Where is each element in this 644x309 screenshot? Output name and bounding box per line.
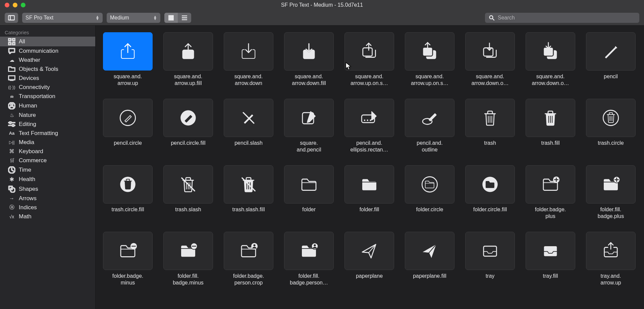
sidebar-item-media[interactable]: ▷||Media [0, 138, 95, 147]
symbol-cell-folder[interactable]: folder [284, 165, 334, 220]
folder-icon [8, 66, 15, 72]
symbol-cell-square-and-arrow-down[interactable]: square.and.arrow.down [224, 32, 273, 87]
symbol-cell-square-and-arrow-down-on-square[interactable]: square.and.arrow.down.o… [465, 32, 515, 87]
list-view-button[interactable] [178, 13, 191, 23]
sidebar-item-editing[interactable]: Editing [0, 120, 95, 129]
symbol-cell-pencil-and-ellipsis-rectangle[interactable]: pencil.and.ellipsis.rectan… [344, 99, 394, 153]
symbol-cell-square-and-arrow-up[interactable]: square.and.arrow.up [103, 32, 153, 87]
traffic-minimize-button[interactable] [13, 3, 17, 7]
traffic-zoom-button[interactable] [21, 3, 25, 7]
symbol-cell-folder-fill-badge-plus[interactable]: folder.fill.badge.plus [586, 165, 636, 220]
sidebar-item-all[interactable]: All [0, 37, 95, 46]
sidebar-item-label: Objects & Tools [19, 66, 58, 73]
sidebar-item-commerce[interactable]: 🛒︎Commerce [0, 156, 95, 165]
pencil-and-outline-icon [420, 108, 439, 127]
toggle-sidebar-button[interactable] [5, 13, 18, 23]
symbol-cell-trash[interactable]: trash [465, 99, 515, 153]
sidebar-item-transportation[interactable]: 🚘︎Transportation [0, 92, 95, 101]
folder-fill-badge-person-crop-icon [300, 241, 318, 260]
symbol-grid-container[interactable]: square.and.arrow.upsquare.and.arrow.up.f… [96, 26, 644, 309]
grid-view-button[interactable] [164, 13, 178, 23]
sidebar-item-devices[interactable]: Devices [0, 74, 95, 83]
font-family-select[interactable]: SF Pro Text ▲▼ [22, 13, 103, 23]
symbol-cell-tray[interactable]: tray [465, 232, 515, 286]
symbol-cell-pencil[interactable]: pencil [586, 32, 636, 87]
symbol-cell-folder-fill-badge-person-crop[interactable]: folder.fill.badge.person… [284, 232, 334, 286]
folder-fill-badge-plus-icon [601, 175, 620, 194]
symbol-label: pencil.slash [234, 140, 263, 153]
symbol-cell-folder-fill-badge-minus[interactable]: folder.fill.badge.minus [163, 232, 213, 286]
display-icon [8, 75, 15, 81]
symbol-cell-pencil-circle[interactable]: pencil.circle [103, 99, 153, 153]
symbol-thumbnail [465, 99, 515, 137]
cart-icon: 🛒︎ [8, 158, 15, 163]
symbol-cell-trash-slash-fill[interactable]: trash.slash.fill [224, 165, 273, 220]
traffic-close-button[interactable] [5, 3, 9, 7]
antenna-icon: ((·)) [8, 85, 15, 90]
symbol-cell-pencil-slash[interactable]: pencil.slash [224, 99, 273, 153]
symbol-thumbnail [163, 99, 213, 137]
symbol-cell-pencil-and-outline[interactable]: pencil.and.outline [405, 99, 454, 153]
sidebar-item-nature[interactable]: ♨︎Nature [0, 111, 95, 120]
search-field[interactable] [485, 13, 639, 23]
symbol-cell-paperplane[interactable]: paperplane [344, 232, 394, 286]
sidebar-item-indices[interactable]: ⓐIndices [0, 203, 95, 212]
symbol-cell-trash-circle[interactable]: trash.circle [586, 99, 636, 153]
sidebar-item-time[interactable]: Time [0, 165, 95, 175]
symbol-cell-folder-fill[interactable]: folder.fill [344, 165, 394, 220]
symbol-thumbnail [405, 32, 454, 71]
symbol-cell-paperplane-fill[interactable]: paperplane.fill [405, 232, 454, 286]
symbol-cell-trash-circle-fill[interactable]: trash.circle.fill [103, 165, 153, 220]
symbol-thumbnail [586, 232, 636, 270]
sidebar-header: Categories [0, 28, 95, 37]
tray-icon [481, 241, 499, 260]
font-weight-select[interactable]: Medium ▲▼ [107, 13, 160, 23]
symbol-label: square.and.arrow.up.on.s… [351, 73, 388, 87]
sidebar-item-human[interactable]: Human [0, 101, 95, 111]
svg-rect-35 [168, 19, 170, 20]
svg-rect-29 [168, 15, 170, 16]
sidebar-item-objects-tools[interactable]: Objects & Tools [0, 64, 95, 74]
sidebar-item-keyboard[interactable]: ⌘Keyboard [0, 147, 95, 156]
symbol-label: trash.circle [598, 140, 624, 153]
symbol-cell-folder-circle[interactable]: folder.circle [405, 165, 454, 220]
symbol-label: square.and.pencil [297, 140, 321, 153]
symbol-cell-square-and-pencil[interactable]: square.and.pencil [284, 99, 334, 153]
clock-icon [8, 166, 15, 174]
symbol-cell-trash-slash[interactable]: trash.slash [163, 165, 213, 220]
trash-circle-icon [601, 108, 620, 127]
sidebar-item-text-formatting[interactable]: AaText Formatting [0, 129, 95, 138]
search-input[interactable] [497, 14, 635, 21]
square-and-arrow-down-on-square-icon [481, 42, 499, 61]
sidebar-item-label: Text Formatting [19, 130, 58, 137]
svg-point-47 [12, 125, 14, 127]
symbol-cell-folder-badge-person-crop[interactable]: folder.badge.person.crop [224, 232, 273, 286]
sidebar-item-communication[interactable]: Communication [0, 46, 95, 55]
symbol-label: pencil.circle.fill [171, 140, 205, 153]
sidebar-item-weather[interactable]: ☁Weather [0, 55, 95, 64]
symbol-cell-tray-and-arrow-up[interactable]: tray.and.arrow.up [586, 232, 636, 286]
sidebar-item-connectivity[interactable]: ((·))Connectivity [0, 83, 95, 92]
symbol-cell-folder-badge-minus[interactable]: folder.badge.minus [103, 232, 153, 286]
svg-point-46 [9, 122, 11, 124]
symbol-cell-folder-badge-plus[interactable]: folder.badge.plus [526, 165, 575, 220]
symbol-cell-square-and-arrow-up-on-square[interactable]: square.and.arrow.up.on.s… [344, 32, 394, 87]
symbol-cell-tray-fill[interactable]: tray.fill [526, 232, 575, 286]
sidebar-item-health[interactable]: ✱Health [0, 175, 95, 184]
square-and-arrow-up-fill-icon [179, 42, 198, 61]
chat-bubble-icon [8, 48, 15, 54]
sidebar-item-arrows[interactable]: →Arrows [0, 194, 95, 203]
symbol-cell-folder-circle-fill[interactable]: folder.circle.fill [465, 165, 515, 220]
square-and-arrow-down-fill-icon [300, 42, 318, 61]
symbol-cell-square-and-arrow-down-on-square-fill[interactable]: square.and.arrow.down.o… [526, 32, 575, 87]
symbol-cell-square-and-arrow-up-on-square-fill[interactable]: square.and.arrow.up.on.s… [405, 32, 454, 87]
sidebar-item-math[interactable]: √xMath [0, 212, 95, 221]
sidebar-item-label: Arrows [19, 195, 37, 202]
symbol-label: folder.badge.person.crop [233, 273, 264, 286]
sidebar-item-shapes[interactable]: Shapes [0, 184, 95, 194]
symbol-cell-pencil-circle-fill[interactable]: pencil.circle.fill [163, 99, 213, 153]
symbol-cell-trash-fill[interactable]: trash.fill [526, 99, 575, 153]
sidebar-item-label: Transportation [19, 93, 55, 100]
symbol-cell-square-and-arrow-up-fill[interactable]: square.and.arrow.up.fill [163, 32, 213, 87]
symbol-cell-square-and-arrow-down-fill[interactable]: square.and.arrow.down.fill [284, 32, 334, 87]
